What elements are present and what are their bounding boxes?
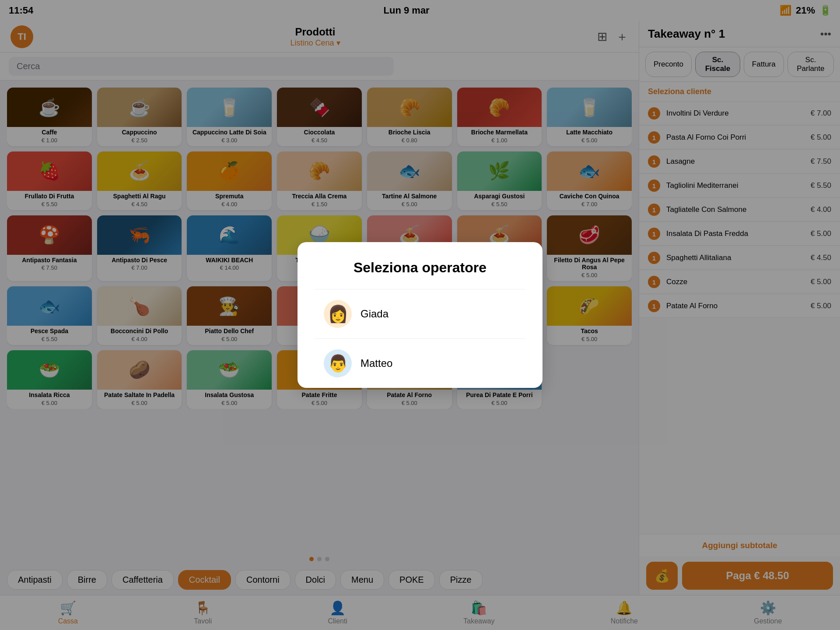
modal-overlay[interactable]: Seleziona operatore 👩 Giada 👨 Matteo: [0, 0, 840, 630]
modal-title: Seleziona operatore: [315, 260, 525, 276]
operator-item[interactable]: 👨 Matteo: [315, 338, 525, 388]
operator-item[interactable]: 👩 Giada: [315, 289, 525, 338]
operator-name: Matteo: [360, 357, 392, 370]
operator-avatar: 👨: [324, 349, 352, 377]
operator-name: Giada: [360, 308, 388, 320]
operator-modal: Seleziona operatore 👩 Giada 👨 Matteo: [298, 242, 542, 388]
operator-avatar: 👩: [324, 300, 352, 328]
operators-list: 👩 Giada 👨 Matteo: [315, 289, 525, 388]
